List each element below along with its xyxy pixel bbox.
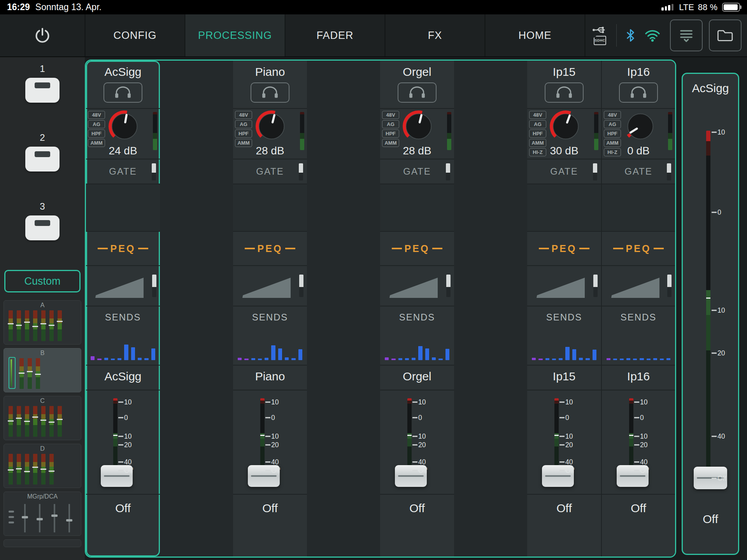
solo-button[interactable] [398,82,437,103]
compressor-section[interactable] [86,265,160,306]
empty-channel-slot [307,61,380,556]
custom-layer-button[interactable]: Custom [4,270,81,292]
fader-section[interactable]: 100102040Off [380,390,454,494]
compressor-section[interactable] [233,265,307,306]
channel-strip-Orgel[interactable]: Orgel 48VAGHPFAMM 28 dB G [380,61,454,556]
gate-section[interactable]: GATE [233,159,307,184]
dynamics-section[interactable] [380,184,454,231]
peq-section[interactable]: PEQ [380,231,454,265]
tab-processing[interactable]: PROCESSING [185,14,285,56]
channel-strip-AcSigg[interactable]: AcSigg 48VAGHPFAMM 24 dB [86,61,160,556]
master-level-meter [706,131,710,485]
input-section[interactable]: 48VAGHPFAMM 24 dB [86,108,160,159]
channel-number-label: 2 [40,132,45,143]
strip-header: Piano [233,61,307,108]
channel-name: Piano [233,366,307,383]
sends-section[interactable]: SENDS [380,306,454,365]
fader-scale-mark: 10 [118,398,132,406]
sends-section[interactable]: SENDS [602,306,675,365]
solo-button[interactable] [103,82,142,103]
channel-button-1[interactable] [25,78,60,103]
fader-value-section: Off [527,494,601,556]
sends-section[interactable]: SENDS [233,306,307,365]
channel-name: Ip15 [527,61,601,79]
input-badge: HPF [529,130,546,138]
peq-section[interactable]: PEQ [602,231,675,265]
tab-fader[interactable]: FADER [285,14,385,56]
fader-value: Off [602,502,675,515]
gate-section[interactable]: GATE [602,159,675,184]
bank-thumb-D[interactable]: D [4,444,81,488]
bank-thumb-C[interactable]: C [4,396,81,440]
input-section[interactable]: 48VAGHPFAMM 28 dB [380,108,454,159]
channel-level-meter [113,398,117,476]
bank-thumb-partial[interactable] [4,539,81,547]
library-button[interactable] [709,19,742,51]
scenes-button[interactable] [670,19,703,51]
compressor-section[interactable] [602,265,675,306]
fader-value-section: Off [602,494,675,556]
peq-label: PEQ [110,243,136,254]
input-section[interactable]: 48VAGHPFAMMHI-Z 30 dB [527,108,601,159]
gain-knob[interactable] [623,109,658,144]
fader-scale-mark: 0 [634,414,644,422]
gain-knob[interactable] [254,109,289,144]
fader-section[interactable]: 100102040Off [527,390,601,494]
gate-meter [593,163,597,180]
solo-button[interactable] [619,82,658,103]
channel-button-3[interactable] [25,215,60,240]
gain-knob[interactable] [548,109,583,144]
channel-strip-Piano[interactable]: Piano 48VAGHPFAMM 28 dB G [233,61,307,556]
dynamics-section[interactable] [233,184,307,231]
master-strip[interactable]: AcSigg Off 100102040Off [682,73,739,555]
gain-value: 28 dB [380,145,454,157]
peq-dash-left [245,248,255,249]
fader-section[interactable]: 100102040Off [233,390,307,494]
channel-name: Piano [233,61,307,79]
input-badge: AG [88,120,105,128]
tab-home[interactable]: HOME [485,14,585,56]
peq-label: PEQ [405,243,430,254]
bank-thumb-A[interactable]: A [4,300,81,345]
bank-thumb-B[interactable]: B [4,348,81,392]
sends-meter [91,335,155,360]
dynamics-section[interactable] [527,184,601,231]
channel-strip-Ip16[interactable]: Ip16 48VAGHPFAMMHI-Z 0 dB [601,61,675,556]
tab-config[interactable]: CONFIG [85,14,185,56]
sends-section[interactable]: SENDS [86,306,160,365]
sends-section[interactable]: SENDS [527,306,601,365]
tab-fx[interactable]: FX [385,14,485,56]
peq-section[interactable]: PEQ [86,231,160,265]
gate-section[interactable]: GATE [86,159,160,184]
channel-strip-Ip15[interactable]: Ip15 48VAGHPFAMMHI-Z 30 dB [527,61,601,556]
fader-value: Off [380,502,454,515]
fader-scale-mark: 0 [412,414,422,422]
status-time: 16:29 [7,2,30,12]
channel-button-2[interactable] [25,147,60,172]
bank-label: D [4,445,81,452]
bank-thumb-MGrp-DCA[interactable]: MGrp/DCA [4,492,81,536]
input-section[interactable]: 48VAGHPFAMMHI-Z 0 dB [602,108,675,159]
peq-section[interactable]: PEQ [233,231,307,265]
fader-section[interactable]: 100102040Off [86,390,160,494]
compressor-meter [299,275,303,297]
fader-section[interactable]: 100102040Off [602,390,675,494]
gain-knob[interactable] [401,109,436,144]
power-button[interactable] [0,14,85,56]
input-badge: HPF [604,130,621,138]
peq-section[interactable]: PEQ [527,231,601,265]
compressor-section[interactable] [527,265,601,306]
solo-button[interactable] [251,82,289,103]
gate-section[interactable]: GATE [527,159,601,184]
input-section[interactable]: 48VAGHPFAMM 28 dB [233,108,307,159]
dynamics-section[interactable] [86,184,160,231]
channel-name: Ip16 [602,61,675,79]
solo-button[interactable] [545,82,584,103]
fader-scale-mark: 10 [634,398,647,406]
compressor-section[interactable] [380,265,454,306]
dynamics-section[interactable] [602,184,675,231]
gate-section[interactable]: GATE [380,159,454,184]
compressor-meter [593,275,598,297]
fader-scale-mark: 40 [559,458,573,466]
gain-knob[interactable] [107,109,142,144]
